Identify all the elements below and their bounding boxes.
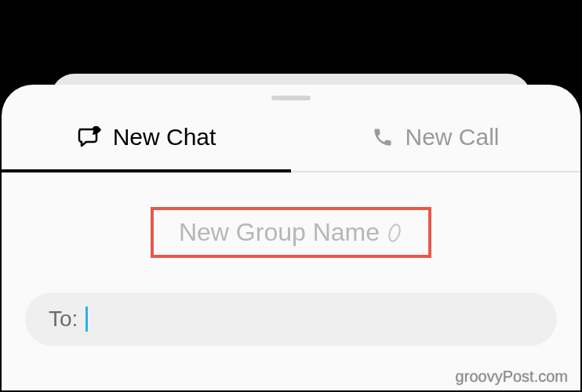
modal-grabber[interactable] [271, 96, 311, 100]
to-field[interactable]: To: [25, 292, 557, 346]
watermark: groovyPost.com [456, 368, 568, 386]
group-name-placeholder[interactable]: New Group Name [179, 218, 380, 247]
tab-new-chat[interactable]: New Chat [2, 108, 291, 171]
group-name-area: New Group Name [2, 207, 580, 258]
phone-icon [372, 126, 394, 148]
text-cursor [85, 307, 88, 332]
new-chat-modal: New Chat New Call New Group Name To: [2, 85, 580, 390]
group-name-highlight: New Group Name [151, 207, 431, 258]
to-label: To: [49, 307, 78, 332]
pencil-icon [386, 223, 403, 243]
tabs-container: New Chat New Call [2, 108, 580, 172]
svg-point-0 [387, 223, 402, 242]
tab-new-call[interactable]: New Call [291, 108, 580, 171]
tab-new-call-label: New Call [405, 124, 499, 151]
tab-new-chat-label: New Chat [113, 124, 216, 151]
chat-icon [77, 126, 102, 148]
